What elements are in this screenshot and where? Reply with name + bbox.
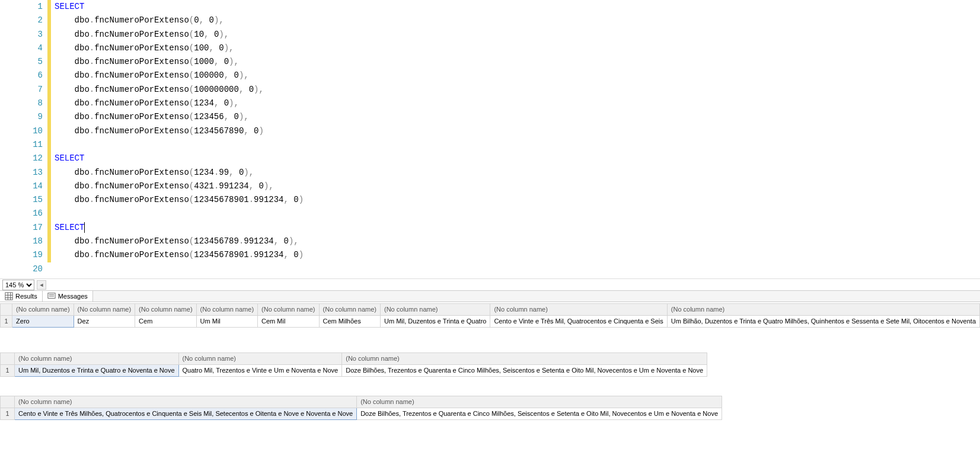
messages-icon — [47, 292, 56, 300]
result-cell[interactable]: Cento e Vinte e Três Mil, Quatrocentos e… — [490, 316, 667, 328]
tab-results[interactable]: Results — [0, 291, 43, 302]
scroll-left-button[interactable]: ◄ — [37, 280, 46, 290]
result-cell[interactable]: Cem — [135, 316, 196, 328]
code-line[interactable]: dbo.fncNumeroPorExtenso(4321.991234, 0), — [55, 179, 980, 193]
column-header[interactable]: (No column name) — [196, 304, 257, 316]
line-number: 7 — [0, 83, 43, 97]
row-number-cell[interactable]: 1 — [1, 408, 15, 420]
line-number: 9 — [0, 110, 43, 124]
line-number: 4 — [0, 41, 43, 55]
line-number: 11 — [0, 138, 43, 152]
column-header[interactable]: (No column name) — [178, 353, 342, 365]
tab-results-label: Results — [15, 293, 37, 300]
column-header[interactable]: (No column name) — [357, 396, 722, 408]
line-number: 16 — [0, 207, 43, 220]
column-header[interactable]: (No column name) — [258, 304, 319, 316]
tab-messages-label: Messages — [58, 293, 88, 300]
zoom-select[interactable]: 145 % — [2, 280, 34, 290]
code-line[interactable]: dbo.fncNumeroPorExtenso(123456789.991234… — [55, 235, 980, 248]
line-number: 17 — [0, 221, 43, 235]
code-line[interactable] — [55, 262, 980, 276]
row-number-cell[interactable]: 1 — [1, 316, 12, 328]
code-line[interactable]: dbo.fncNumeroPorExtenso(1000, 0), — [55, 55, 980, 69]
grid-icon — [5, 292, 13, 300]
column-header[interactable]: (No column name) — [490, 304, 667, 316]
result-cell[interactable]: Zero — [12, 316, 74, 328]
result-cell[interactable]: Cem Milhões — [319, 316, 380, 328]
code-line[interactable]: dbo.fncNumeroPorExtenso(12345678901.9912… — [55, 193, 980, 207]
line-number: 8 — [0, 97, 43, 110]
column-header[interactable]: (No column name) — [381, 304, 490, 316]
line-number: 1 — [0, 0, 43, 14]
line-number: 13 — [0, 166, 43, 179]
line-number: 14 — [0, 179, 43, 193]
line-number: 2 — [0, 14, 43, 27]
results-pane[interactable]: (No column name)(No column name)(No colu… — [0, 302, 980, 452]
zoom-bar: 145 % ◄ — [0, 278, 980, 290]
results-grid-2[interactable]: (No column name)(No column name)(No colu… — [0, 352, 707, 377]
results-grid-2-wrap: (No column name)(No column name)(No colu… — [0, 352, 980, 377]
code-line[interactable]: SELECT — [55, 0, 980, 14]
column-header[interactable]: (No column name) — [319, 304, 380, 316]
row-number-header — [1, 353, 15, 365]
code-line[interactable]: SELECT — [55, 221, 980, 235]
line-number: 6 — [0, 69, 43, 82]
result-cell[interactable]: Um Mil, Duzentos e Trinta e Quatro e Nov… — [15, 365, 179, 377]
code-line[interactable]: dbo.fncNumeroPorExtenso(1234, 0), — [55, 97, 980, 110]
results-grid-1[interactable]: (No column name)(No column name)(No colu… — [0, 303, 980, 328]
line-number: 15 — [0, 193, 43, 207]
row-number-header — [1, 396, 15, 408]
code-line[interactable]: dbo.fncNumeroPorExtenso(100000, 0), — [55, 69, 980, 82]
row-number-cell[interactable]: 1 — [1, 365, 15, 377]
result-cell[interactable]: Quatro Mil, Trezentos e Vinte e Um e Nov… — [178, 365, 342, 377]
line-number-gutter: 1234567891011121314151617181920 — [0, 0, 47, 278]
line-number: 5 — [0, 55, 43, 69]
result-cell[interactable]: Um Mil — [196, 316, 257, 328]
line-number: 20 — [0, 262, 43, 276]
column-header[interactable]: (No column name) — [667, 304, 979, 316]
code-line[interactable]: dbo.fncNumeroPorExtenso(1234.99, 0), — [55, 166, 980, 179]
result-cell[interactable]: Cento e Vinte e Três Milhões, Quatrocent… — [15, 408, 357, 420]
column-header[interactable]: (No column name) — [342, 353, 707, 365]
results-grid-3[interactable]: (No column name)(No column name)1Cento e… — [0, 396, 722, 420]
code-line[interactable] — [55, 207, 980, 220]
column-header[interactable]: (No column name) — [15, 396, 357, 408]
line-number: 19 — [0, 248, 43, 262]
results-grid-1-wrap: (No column name)(No column name)(No colu… — [0, 303, 980, 328]
line-number: 12 — [0, 152, 43, 165]
results-tabs: Results Messages — [0, 290, 980, 302]
column-header[interactable]: (No column name) — [15, 353, 179, 365]
code-line[interactable]: dbo.fncNumeroPorExtenso(123456, 0), — [55, 110, 980, 124]
line-number: 18 — [0, 235, 43, 248]
result-cell[interactable]: Um Mil, Duzentos e Trinta e Quatro — [381, 316, 490, 328]
code-line[interactable]: dbo.fncNumeroPorExtenso(0, 0), — [55, 14, 980, 27]
column-header[interactable]: (No column name) — [74, 304, 135, 316]
column-header[interactable]: (No column name) — [12, 304, 74, 316]
svg-rect-0 — [5, 293, 12, 300]
code-line[interactable]: SELECT — [55, 152, 980, 165]
line-number: 10 — [0, 124, 43, 138]
results-grid-3-wrap: (No column name)(No column name)1Cento e… — [0, 396, 980, 420]
svg-rect-5 — [48, 293, 55, 299]
row-number-header — [1, 304, 12, 316]
result-cell[interactable]: Doze Bilhões, Trezentos e Quarenta e Cin… — [357, 408, 722, 420]
code-line[interactable]: dbo.fncNumeroPorExtenso(100, 0), — [55, 41, 980, 55]
code-line[interactable]: dbo.fncNumeroPorExtenso(1234567890, 0) — [55, 124, 980, 138]
result-cell[interactable]: Um Bilhão, Duzentos e Trinta e Quatro Mi… — [667, 316, 979, 328]
code-line[interactable]: dbo.fncNumeroPorExtenso(10, 0), — [55, 28, 980, 41]
result-cell[interactable]: Cem Mil — [258, 316, 319, 328]
sql-editor-pane[interactable]: 1234567891011121314151617181920 SELECT d… — [0, 0, 980, 278]
result-cell[interactable]: Dez — [74, 316, 135, 328]
line-number: 3 — [0, 28, 43, 41]
column-header[interactable]: (No column name) — [135, 304, 196, 316]
tab-messages[interactable]: Messages — [43, 291, 93, 302]
code-text-area[interactable]: SELECT dbo.fncNumeroPorExtenso(0, 0), db… — [51, 0, 980, 278]
code-line[interactable]: dbo.fncNumeroPorExtenso(100000000, 0), — [55, 83, 980, 97]
result-cell[interactable]: Doze Bilhões, Trezentos e Quarenta e Cin… — [342, 365, 707, 377]
code-line[interactable]: dbo.fncNumeroPorExtenso(12345678901.9912… — [55, 248, 980, 262]
code-line[interactable] — [55, 138, 980, 152]
